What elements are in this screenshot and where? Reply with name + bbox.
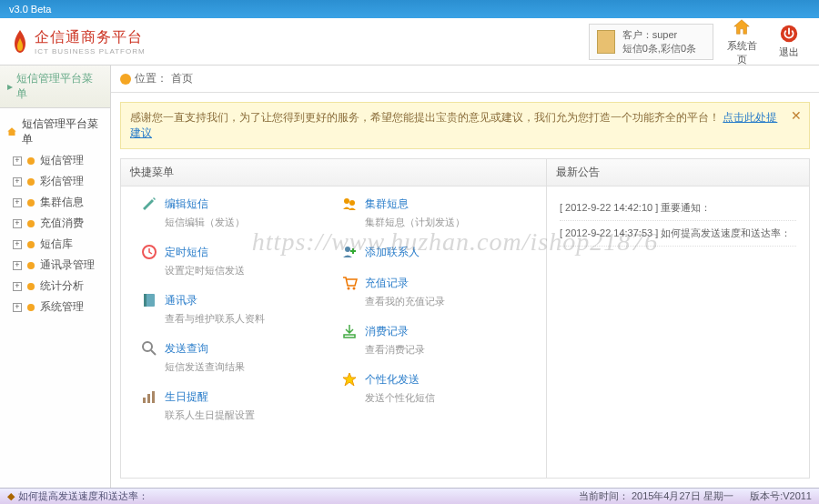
star-icon (341, 371, 358, 388)
sidebar-item-recharge[interactable]: +充值消费 (4, 213, 106, 234)
notice-text: 感谢您一直支持我们，为了让您得到更好的服务，希望您能提出宝贵的意见或建议，我们允… (130, 111, 720, 124)
expand-icon[interactable]: + (13, 240, 22, 249)
sidebar-item-system[interactable]: +系统管理 (4, 297, 106, 318)
download-icon (341, 323, 358, 339)
power-icon (779, 24, 799, 44)
user-info-box[interactable]: 客户：super 短信0条,彩信0条 (589, 24, 713, 60)
sidebar-item-cluster[interactable]: +集群信息 (4, 192, 106, 213)
app-version: v3.0 Beta (9, 4, 51, 15)
nav-tree: 短信管理平台菜单 +短信管理 +彩信管理 +集群信息 +充值消费 +短信库 +通… (0, 108, 110, 323)
expand-icon[interactable]: + (13, 303, 22, 312)
announcement-item[interactable]: [ 2012-9-22 14:42:10 ] 重要通知： (560, 196, 796, 221)
folder-icon (27, 178, 35, 186)
pencil-icon (141, 196, 157, 212)
svg-rect-7 (152, 391, 155, 403)
user-avatar-icon (597, 30, 615, 54)
folder-icon (27, 241, 35, 248)
folder-icon (27, 220, 35, 227)
close-icon[interactable]: ✕ (791, 108, 802, 123)
folder-icon (27, 199, 35, 207)
svg-point-12 (352, 287, 355, 290)
folder-icon (27, 283, 35, 290)
user-sms-count: 短信0条,彩信0条 (622, 42, 696, 55)
breadcrumb: 位置： 首页 (111, 66, 819, 93)
sidebar: ▸ 短信管理平台菜单 短信管理平台菜单 +短信管理 +彩信管理 +集群信息 +充… (0, 66, 111, 488)
flame-icon (11, 29, 29, 55)
quick-edit-sms[interactable]: 编辑短信 短信编辑（发送） (134, 196, 334, 229)
svg-point-9 (349, 200, 355, 206)
quick-timed-sms[interactable]: 定时短信 设置定时短信发送 (134, 244, 334, 277)
expand-icon[interactable]: + (13, 177, 22, 186)
group-icon (341, 196, 358, 212)
svg-point-8 (344, 198, 349, 204)
quick-birthday[interactable]: 生日提醒 联系人生日提醒设置 (134, 388, 334, 422)
quick-personal-send[interactable]: 个性化发送 发送个性化短信 (334, 371, 534, 405)
brand-logo: 企信通商务平台 ICT BUSINESS PLATFORM (11, 28, 146, 55)
announcement-panel: 最新公告 [ 2012-9-22 14:42:10 ] 重要通知： [ 2012… (547, 159, 809, 478)
quick-consume[interactable]: 消费记录 查看消费记录 (334, 323, 534, 357)
announcement-title: 最新公告 (547, 159, 809, 186)
status-bar: ◆ 如何提高发送速度和送达率： 当前时间： 2015年4月27日 星期一 版本号… (0, 488, 819, 504)
expand-icon[interactable]: + (13, 198, 22, 207)
quick-contacts[interactable]: 通讯录 查看与维护联系人资料 (134, 292, 334, 326)
brand-subtitle: ICT BUSINESS PLATFORM (35, 47, 146, 55)
breadcrumb-current: 首页 (171, 71, 193, 86)
svg-rect-5 (143, 398, 146, 403)
app-header: 企信通商务平台 ICT BUSINESS PLATFORM 客户：super 短… (0, 18, 819, 66)
cart-icon (341, 275, 358, 291)
sidebar-item-mms-manage[interactable]: +彩信管理 (4, 171, 106, 192)
sidebar-item-contacts[interactable]: +通讯录管理 (4, 255, 106, 276)
expand-icon[interactable]: + (13, 282, 22, 291)
home-icon (732, 17, 752, 37)
sidebar-item-smslib[interactable]: +短信库 (4, 234, 106, 255)
expand-icon[interactable]: + (13, 261, 22, 270)
svg-point-10 (345, 247, 350, 252)
sidebar-item-sms-manage[interactable]: +短信管理 (4, 150, 106, 171)
svg-rect-3 (144, 294, 147, 307)
clock-icon (141, 244, 157, 260)
book-icon (141, 292, 157, 308)
content-area: 位置： 首页 感谢您一直支持我们，为了让您得到更好的服务，希望您能提出宝贵的意见… (111, 66, 819, 488)
exit-button[interactable]: 退出 (770, 24, 808, 59)
quick-menu-panel: 快捷菜单 编辑短信 短信编辑（发送） 定时短信 设置定时短信发送 (121, 159, 547, 478)
quick-send-query[interactable]: 发送查询 短信发送查询结果 (134, 340, 334, 374)
sidebar-title: ▸ 短信管理平台菜单 (0, 66, 110, 108)
home-small-icon (5, 126, 18, 138)
user-plus-icon (341, 244, 358, 260)
search-icon (141, 340, 157, 357)
window-titlebar: v3.0 Beta (0, 0, 819, 18)
tree-root[interactable]: 短信管理平台菜单 (4, 114, 106, 150)
notice-banner: 感谢您一直支持我们，为了让您得到更好的服务，希望您能提出宝贵的意见或建议，我们允… (120, 102, 810, 149)
brand-name: 企信通商务平台 (35, 28, 146, 47)
status-date: 当前时间： 2015年4月27日 星期一 (579, 490, 733, 501)
chart-icon (141, 388, 157, 405)
quick-add-contact[interactable]: 添加联系人 (334, 244, 534, 260)
expand-icon[interactable]: + (13, 219, 22, 228)
location-icon (120, 74, 131, 85)
status-version: 版本号:V2011 (750, 490, 812, 501)
folder-icon (27, 262, 35, 269)
folder-icon (27, 157, 35, 165)
quick-cluster-sms[interactable]: 集群短息 集群短息（计划发送） (334, 196, 534, 229)
svg-point-11 (347, 287, 349, 290)
sidebar-item-stats[interactable]: +统计分析 (4, 276, 106, 297)
svg-point-4 (143, 342, 152, 351)
svg-rect-6 (147, 394, 150, 403)
home-button[interactable]: 系统首页 (723, 17, 761, 66)
status-marquee-icon: ◆ (7, 490, 15, 502)
announcement-item[interactable]: [ 2012-9-22 14:37:53 ] 如何提高发送速度和送达率： (560, 221, 796, 247)
folder-icon (27, 304, 35, 311)
status-marquee[interactable]: 如何提高发送速度和送达率： (18, 489, 148, 503)
arrow-icon: ▸ (7, 80, 13, 93)
user-name: 客户：super (622, 28, 696, 42)
quick-menu-title: 快捷菜单 (121, 159, 546, 186)
quick-recharge[interactable]: 充值记录 查看我的充值记录 (334, 275, 534, 308)
expand-icon[interactable]: + (13, 156, 22, 166)
